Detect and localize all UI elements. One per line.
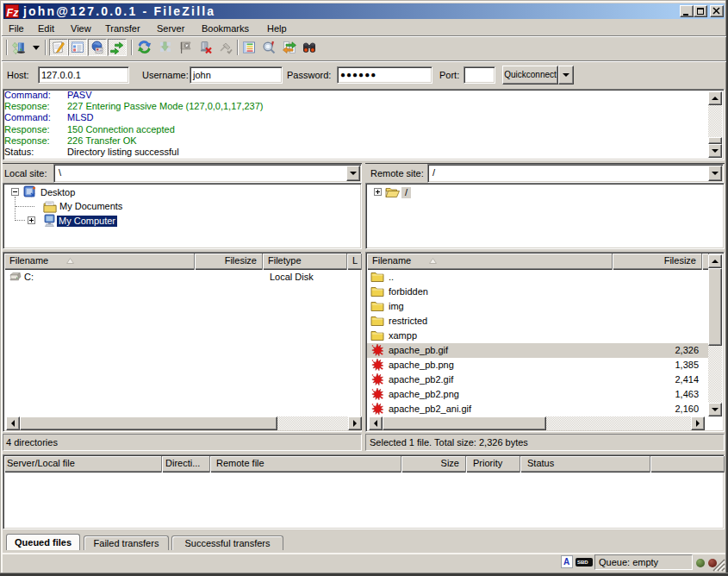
svg-text:Fz: Fz — [7, 7, 20, 19]
